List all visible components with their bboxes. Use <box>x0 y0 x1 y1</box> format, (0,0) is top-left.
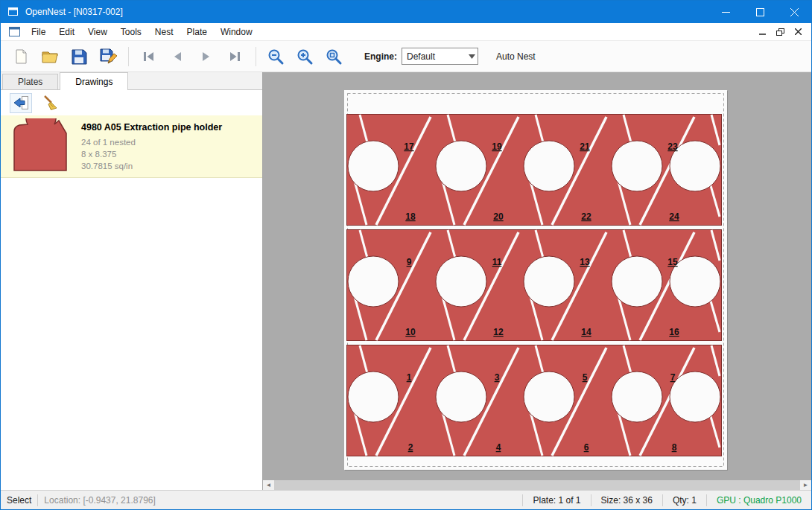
svg-text:22: 22 <box>581 211 591 222</box>
part-thumbnail <box>8 118 72 173</box>
save-edit-button[interactable] <box>98 46 118 67</box>
mdi-restore-button[interactable] <box>773 25 787 39</box>
document-icon <box>7 27 22 36</box>
statusbar-separator <box>591 494 591 506</box>
sidebar-tabstrip: Plates Drawings <box>1 72 262 90</box>
sidebar: Plates Drawings 4980 A05 Extraction pipe… <box>1 72 263 490</box>
save-button[interactable] <box>69 46 89 67</box>
status-bar: Select Location: [-0.9437, 21.8796] Plat… <box>1 490 811 509</box>
svg-text:5: 5 <box>583 372 588 383</box>
zoom-out-button[interactable] <box>265 46 286 67</box>
menu-view[interactable]: View <box>81 23 114 40</box>
last-arrow-icon <box>228 49 243 64</box>
toolbar-separator <box>256 47 256 66</box>
statusbar-separator <box>37 494 38 506</box>
window-title: OpenNest - [N0317-002] <box>25 7 123 17</box>
svg-text:20: 20 <box>493 211 504 222</box>
scroll-right-icon[interactable]: ► <box>800 480 811 490</box>
svg-text:21: 21 <box>580 141 590 152</box>
menu-plate[interactable]: Plate <box>180 23 214 40</box>
status-mode: Select <box>7 495 31 506</box>
statusbar-separator <box>522 494 523 506</box>
drawing-list-item[interactable]: 4980 A05 Extraction pipe holder 24 of 1 … <box>1 115 262 178</box>
status-location: Location: [-0.9437, 21.8796] <box>44 495 155 506</box>
svg-text:23: 23 <box>667 141 678 152</box>
title-bar: OpenNest - [N0317-002] <box>1 1 811 23</box>
new-button[interactable] <box>10 46 31 67</box>
zoom-fit-button[interactable] <box>323 46 344 67</box>
zoom-in-icon <box>296 48 314 66</box>
statusbar-separator <box>706 494 707 506</box>
main-area: Plates Drawings 4980 A05 Extraction pipe… <box>1 72 811 490</box>
status-size: Size: 36 x 36 <box>597 495 656 506</box>
drawing-area: 30.7815 sq/in <box>81 160 222 172</box>
maximize-button[interactable] <box>743 1 777 23</box>
open-button[interactable] <box>39 46 60 67</box>
menu-nest[interactable]: Nest <box>148 23 180 40</box>
svg-text:11: 11 <box>492 257 502 267</box>
svg-text:15: 15 <box>667 257 678 267</box>
mdi-close-button[interactable] <box>790 25 805 39</box>
chevron-down-icon <box>466 54 478 59</box>
last-plate-button[interactable] <box>225 46 246 67</box>
close-button[interactable] <box>777 1 811 23</box>
menu-bar: File Edit View Tools Nest Plate Window <box>1 23 811 41</box>
svg-text:14: 14 <box>581 327 591 337</box>
tab-plates[interactable]: Plates <box>2 74 58 89</box>
save-edit-icon <box>99 48 117 66</box>
new-file-icon <box>13 48 29 65</box>
plate[interactable]: 171921231820222491113151012141613572468 <box>344 90 727 470</box>
zoom-fit-icon <box>325 48 343 66</box>
save-icon <box>71 48 87 65</box>
svg-text:13: 13 <box>580 257 590 267</box>
svg-text:19: 19 <box>492 141 502 152</box>
first-arrow-icon <box>141 49 156 64</box>
menu-tools[interactable]: Tools <box>114 23 148 40</box>
app-window: OpenNest - [N0317-002] File Edit View To… <box>0 0 812 510</box>
scroll-left-icon[interactable]: ◄ <box>263 480 274 490</box>
engine-selected-value: Default <box>407 51 435 62</box>
tab-drawings[interactable]: Drawings <box>60 72 128 90</box>
toolbar-separator <box>128 47 129 66</box>
svg-text:3: 3 <box>495 372 500 383</box>
drawing-list-empty-area <box>1 178 262 490</box>
minimize-button[interactable] <box>708 1 743 23</box>
broom-icon <box>42 94 60 112</box>
menu-edit[interactable]: Edit <box>52 23 81 40</box>
main-toolbar: Engine: Default Auto Nest <box>1 41 811 72</box>
previous-plate-button[interactable] <box>167 46 188 67</box>
next-plate-button[interactable] <box>196 46 217 67</box>
svg-text:8: 8 <box>672 442 677 453</box>
zoom-in-button[interactable] <box>294 46 315 67</box>
svg-text:12: 12 <box>493 327 504 337</box>
svg-text:2: 2 <box>408 442 413 453</box>
svg-text:17: 17 <box>404 141 414 152</box>
open-folder-icon <box>41 48 59 66</box>
status-qty: Qty: 1 <box>669 495 700 506</box>
svg-text:10: 10 <box>405 327 416 337</box>
scrollbar-thumb[interactable] <box>274 480 800 490</box>
drawing-dimensions: 8 x 8.375 <box>81 148 222 160</box>
menu-file[interactable]: File <box>25 23 52 40</box>
auto-nest-button[interactable]: Auto Nest <box>496 51 536 62</box>
horizontal-scrollbar[interactable]: ◄ ► <box>263 480 811 490</box>
svg-text:16: 16 <box>669 327 679 337</box>
engine-select[interactable]: Default <box>402 48 478 65</box>
drawing-nested-count: 24 of 1 nested <box>81 136 222 148</box>
app-icon <box>7 6 19 19</box>
svg-text:6: 6 <box>584 442 589 453</box>
svg-text:7: 7 <box>670 372 676 383</box>
send-to-plate-button[interactable] <box>10 93 32 113</box>
svg-text:18: 18 <box>405 211 416 222</box>
status-plate: Plate: 1 of 1 <box>529 495 584 506</box>
svg-text:24: 24 <box>669 211 679 222</box>
svg-text:9: 9 <box>407 257 412 267</box>
engine-label: Engine: <box>364 51 397 62</box>
blue-arrow-icon <box>12 94 30 112</box>
nest-canvas[interactable]: 171921231820222491113151012141613572468 … <box>263 72 811 490</box>
menu-window[interactable]: Window <box>214 23 259 40</box>
clear-button[interactable] <box>39 93 62 113</box>
mdi-minimize-button[interactable] <box>755 25 770 39</box>
first-plate-button[interactable] <box>138 46 159 67</box>
zoom-out-icon <box>267 48 285 66</box>
